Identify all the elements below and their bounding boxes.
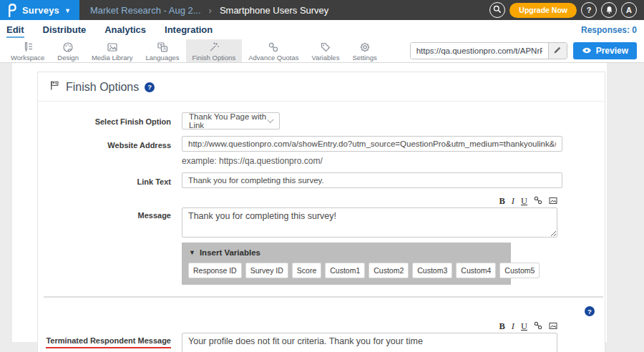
variable-score-button[interactable]: Score: [292, 263, 321, 278]
collapse-caret-icon: ▼: [189, 249, 195, 256]
insert-image-button[interactable]: [549, 320, 557, 333]
upgrade-now-button[interactable]: Upgrade Now: [509, 3, 577, 18]
eye-icon: [582, 46, 592, 56]
preview-button[interactable]: Preview: [573, 42, 637, 59]
tool-settings[interactable]: Settings: [346, 39, 383, 62]
edit-toolbar: Workspace Design Media Library A Languag…: [0, 39, 644, 63]
finish-options-card: Finish Options ? Select Finish Option Th…: [37, 72, 605, 352]
message-textarea[interactable]: Thank you for completing this survey!: [182, 207, 557, 238]
terminated-format-toolbar: B I U: [182, 320, 557, 333]
survey-url-box: [410, 42, 567, 59]
topbar-actions: Upgrade Now ? A: [489, 2, 644, 18]
website-address-example: example: https://qa.questionpro.com/: [182, 156, 562, 166]
link-icon: [534, 320, 542, 333]
variable-custom1-button[interactable]: Custom1: [325, 263, 365, 278]
tool-advance-quotas[interactable]: Advance Quotas: [242, 39, 305, 62]
finish-option-select[interactable]: Thank You Page with Link: [182, 112, 280, 129]
terminated-label: Terminated Respondent Message: [38, 318, 171, 352]
chain-icon: [268, 41, 279, 53]
bell-icon: [605, 5, 613, 16]
avatar[interactable]: A: [621, 2, 637, 18]
tab-distribute[interactable]: Distribute: [43, 21, 87, 38]
image-icon: [107, 41, 118, 53]
variable-custom3-button[interactable]: Custom3: [412, 263, 452, 278]
tool-workspace[interactable]: Workspace: [4, 39, 51, 62]
breadcrumb-separator-icon: ›: [209, 5, 212, 16]
help-button[interactable]: ?: [581, 2, 597, 18]
terminated-row: Terminated Respondent Message B I U Your…: [38, 318, 605, 352]
insert-variables-panel: ▼ Insert Variables Response ID Survey ID…: [182, 243, 511, 285]
notifications-button[interactable]: [601, 2, 617, 18]
questionpro-logo-icon: [6, 4, 17, 17]
tab-analytics[interactable]: Analytics: [104, 21, 146, 38]
website-address-input[interactable]: [182, 136, 562, 152]
breadcrumb-folder[interactable]: Market Research - Aug 2...: [90, 5, 201, 16]
insert-variables-toggle[interactable]: ▼ Insert Variables: [189, 248, 511, 257]
finish-options-help-icon[interactable]: ?: [145, 82, 155, 92]
tool-media-library[interactable]: Media Library: [85, 39, 140, 62]
search-icon: [493, 5, 502, 15]
product-switcher[interactable]: Surveys ▼: [0, 0, 79, 20]
main-tabbar: Edit Distribute Analytics Integration Re…: [0, 20, 644, 39]
italic-button[interactable]: I: [512, 322, 514, 331]
toolbar-right: Preview: [410, 39, 644, 62]
message-row: Message B I U Thank you for completing t…: [38, 192, 605, 240]
search-button[interactable]: [489, 2, 505, 18]
link-text-input[interactable]: [182, 172, 562, 188]
app-root: Surveys ▼ Market Research - Aug 2... › S…: [0, 0, 644, 352]
insert-link-button[interactable]: [534, 320, 542, 333]
variable-custom4-button[interactable]: Custom4: [456, 263, 496, 278]
variable-survey-id-button[interactable]: Survey ID: [245, 263, 288, 278]
link-text-label: Link Text: [38, 172, 171, 188]
italic-button[interactable]: I: [512, 197, 514, 206]
message-label: Message: [38, 192, 171, 240]
chevron-down-icon: ▼: [64, 7, 71, 14]
product-name: Surveys: [22, 5, 59, 16]
tool-finish-options[interactable]: Finish Options: [186, 39, 243, 62]
content-panel: Finish Options ? Select Finish Option Th…: [12, 63, 607, 342]
website-address-row: Website Address example: https://qa.ques…: [38, 136, 605, 166]
gear-icon: [359, 41, 371, 53]
bold-button[interactable]: B: [499, 322, 504, 331]
underline-button[interactable]: U: [521, 197, 527, 206]
variable-custom2-button[interactable]: Custom2: [369, 263, 409, 278]
workspace-icon: [22, 41, 34, 53]
card-body: Select Finish Option Thank You Page with…: [38, 102, 605, 352]
svg-text:A: A: [163, 47, 166, 51]
variable-response-id-button[interactable]: Response ID: [188, 263, 242, 278]
finish-option-selected-value: Thank You Page with Link: [189, 112, 268, 129]
edit-url-button[interactable]: [548, 43, 567, 59]
variable-custom5-button[interactable]: Custom5: [499, 263, 540, 278]
tool-languages[interactable]: A Languages: [139, 39, 185, 62]
link-text-row: Link Text: [38, 172, 605, 188]
picture-icon: [549, 320, 557, 333]
topbar: Surveys ▼ Market Research - Aug 2... › S…: [0, 0, 644, 20]
finish-option-label: Select Finish Option: [38, 112, 171, 129]
section-divider: [44, 296, 603, 298]
terminated-help-icon[interactable]: ?: [585, 306, 595, 316]
tool-design[interactable]: Design: [51, 39, 85, 62]
survey-url-input[interactable]: [411, 43, 548, 59]
translate-icon: A: [157, 41, 168, 53]
tag-icon: [320, 41, 331, 53]
link-icon: [534, 195, 542, 207]
breadcrumb-survey-title: Smartphone Users Survey: [220, 5, 328, 16]
terminated-help-row: ?: [38, 306, 595, 316]
picture-icon: [549, 195, 557, 207]
pencil-icon: [553, 46, 562, 57]
responses-count[interactable]: Responses: 0: [581, 25, 637, 35]
terminated-message-textarea[interactable]: Your profile does not fit our criteria. …: [182, 333, 557, 352]
tool-variables[interactable]: Variables: [306, 39, 346, 62]
card-header: Finish Options ?: [38, 72, 605, 102]
insert-link-button[interactable]: [534, 195, 542, 207]
underline-button[interactable]: U: [521, 322, 527, 331]
tab-integration[interactable]: Integration: [165, 21, 213, 38]
palette-icon: [62, 41, 74, 53]
content-background: Finish Options ? Select Finish Option Th…: [0, 63, 644, 352]
magic-wand-icon: [208, 41, 220, 53]
toolbar-items: Workspace Design Media Library A Languag…: [0, 39, 384, 62]
insert-image-button[interactable]: [549, 195, 557, 207]
tab-edit[interactable]: Edit: [6, 21, 24, 38]
variable-buttons: Response ID Survey ID Score Custom1 Cust…: [188, 263, 504, 278]
bold-button[interactable]: B: [499, 197, 504, 206]
